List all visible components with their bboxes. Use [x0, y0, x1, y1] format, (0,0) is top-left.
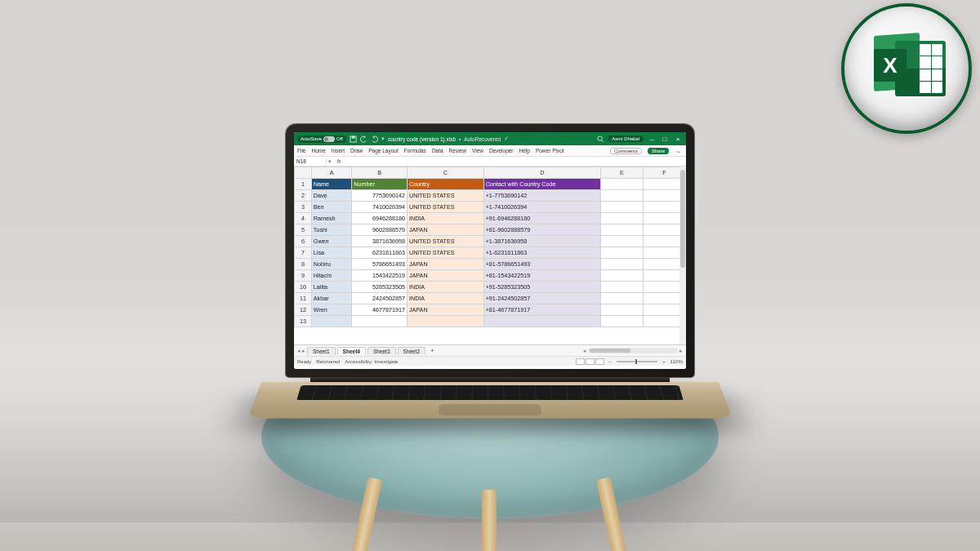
comments-button[interactable]: Comments [610, 148, 642, 154]
row-header[interactable]: 3 [295, 202, 312, 213]
maximize-button[interactable]: □ [660, 136, 670, 143]
sheet-tab[interactable]: Sheet3 [368, 347, 396, 355]
cell[interactable]: +91-5285323505 [483, 282, 600, 293]
redo-icon[interactable] [371, 136, 378, 143]
cell[interactable] [600, 236, 643, 247]
horizontal-scrollbar[interactable] [588, 348, 678, 353]
cell[interactable]: +91-2424502857 [483, 293, 600, 304]
row-header[interactable]: 12 [295, 304, 312, 316]
fx-icon[interactable]: fx [333, 158, 345, 164]
cell[interactable]: Ben [311, 202, 351, 213]
scroll-right-icon[interactable]: ▸ [679, 348, 683, 354]
cell[interactable]: UNITED STATES [407, 190, 483, 202]
cell[interactable] [352, 316, 408, 327]
cell[interactable]: Nobiru [311, 259, 351, 270]
table-row[interactable]: 10Lalita5285323505INDIA+91-5285323505 [295, 282, 686, 293]
cell[interactable]: JAPAN [407, 224, 483, 236]
tab-page-layout[interactable]: Page Layout [368, 148, 399, 153]
cell[interactable]: +81-5786651493 [483, 259, 600, 270]
table-row[interactable]: 9Hitachi1543422519JAPAN+81-1543422519 [295, 270, 686, 282]
undo-icon[interactable] [360, 136, 368, 143]
row-header[interactable]: 1 [295, 179, 312, 190]
cell[interactable]: 1543422519 [352, 270, 408, 282]
cell[interactable]: 2424502857 [352, 293, 408, 304]
normal-view-icon[interactable] [576, 358, 585, 365]
tab-review[interactable]: Review [449, 148, 466, 153]
autosave-toggle[interactable]: AutoSave Off [297, 136, 346, 143]
tab-developer[interactable]: Developer [489, 148, 514, 153]
cell[interactable]: Wren [311, 304, 351, 316]
cell[interactable]: 7410026394 [352, 202, 408, 213]
table-row[interactable]: 7Lisa6231811863UNITED STATES+1-623181186… [295, 247, 686, 259]
cell[interactable] [600, 224, 643, 236]
tab-insert[interactable]: Insert [332, 148, 345, 153]
cell[interactable]: +1-7753690142 [483, 190, 600, 202]
cell[interactable]: 4677871917 [352, 304, 408, 316]
cell[interactable] [407, 316, 483, 327]
cell[interactable]: UNITED STATES [407, 202, 483, 213]
cell[interactable]: +1-7410026394 [483, 202, 600, 213]
spreadsheet-grid[interactable]: A B C D E F 1 Name Number Country Contac… [294, 167, 686, 327]
minimize-button[interactable]: – [647, 136, 657, 143]
tab-draw[interactable]: Draw [350, 148, 363, 153]
cell[interactable]: Gwen [311, 236, 351, 247]
tab-power-pivot[interactable]: Power Pivot [536, 148, 564, 153]
sheet-tab-active[interactable]: Sheet4 [337, 347, 366, 355]
cell[interactable] [600, 202, 643, 213]
row-header[interactable]: 10 [295, 282, 312, 293]
table-row[interactable]: 3Ben7410026394UNITED STATES+1-7410026394 [295, 202, 686, 213]
col-header-d[interactable]: D [483, 167, 600, 179]
cell[interactable]: +81-4677871917 [483, 304, 600, 316]
tab-home[interactable]: Home [311, 148, 325, 153]
cell[interactable]: +91-6946288180 [483, 213, 600, 224]
page-break-view-icon[interactable] [595, 358, 604, 365]
table-row[interactable]: 13 [295, 316, 686, 327]
tab-view[interactable]: View [472, 148, 483, 153]
tab-file[interactable]: File [297, 148, 305, 153]
cell[interactable] [311, 316, 351, 327]
scrollbar-thumb[interactable] [590, 349, 630, 353]
cell[interactable]: INDIA [407, 282, 483, 293]
col-header-c[interactable]: C [407, 167, 483, 179]
cell[interactable]: JAPAN [407, 270, 483, 282]
table-row[interactable]: 11Akbar2424502857INDIA+91-2424502857 [295, 293, 686, 304]
cell[interactable]: 7753690142 [352, 190, 408, 202]
add-sheet-button[interactable]: + [427, 348, 437, 353]
scrollbar-thumb[interactable] [680, 170, 685, 268]
table-row[interactable]: 6Gwen3871636958UNITED STATES+1-387163695… [295, 236, 686, 247]
cell[interactable]: Lisa [311, 247, 351, 259]
page-layout-view-icon[interactable] [586, 358, 595, 365]
table-row[interactable]: 4Ramesh6946288180INDIA+91-6946288180 [295, 213, 686, 224]
cell[interactable]: Ramesh [311, 213, 351, 224]
cell[interactable] [600, 293, 643, 304]
header-contact[interactable]: Contact with Country Code [483, 179, 600, 190]
cell[interactable] [600, 247, 643, 259]
row-header[interactable]: 7 [295, 247, 312, 259]
accessibility-status[interactable]: Accessibility: Investigate [345, 359, 398, 364]
cell[interactable] [600, 213, 643, 224]
table-row[interactable]: 12Wren4677871917JAPAN+81-4677871917 [295, 304, 686, 316]
cell[interactable]: 5786651493 [352, 259, 408, 270]
cell[interactable]: Lalita [311, 282, 351, 293]
column-header-row[interactable]: A B C D E F [295, 167, 686, 179]
cell[interactable] [600, 179, 643, 190]
cell[interactable] [483, 316, 600, 327]
cell[interactable]: UNITED STATES [407, 247, 483, 259]
cell[interactable]: Hitachi [311, 270, 351, 282]
cell[interactable] [600, 259, 643, 270]
zoom-slider[interactable] [617, 361, 657, 362]
cell[interactable]: +81-1543422519 [483, 270, 600, 282]
cell[interactable]: 6946288180 [352, 213, 408, 224]
zoom-in-icon[interactable]: + [662, 359, 666, 364]
col-header-e[interactable]: E [600, 167, 643, 179]
cell[interactable]: JAPAN [407, 259, 483, 270]
cell[interactable]: +1-6231811863 [483, 247, 600, 259]
zoom-level[interactable]: 110% [670, 359, 683, 364]
zoom-out-icon[interactable]: − [609, 359, 612, 364]
vertical-scrollbar[interactable] [679, 167, 686, 344]
select-all[interactable] [295, 167, 312, 179]
cell[interactable]: 3871636958 [352, 236, 408, 247]
col-header-a[interactable]: A [311, 167, 351, 179]
cell[interactable]: UNITED STATES [407, 236, 483, 247]
scroll-left-icon[interactable]: ◂ [583, 348, 586, 354]
